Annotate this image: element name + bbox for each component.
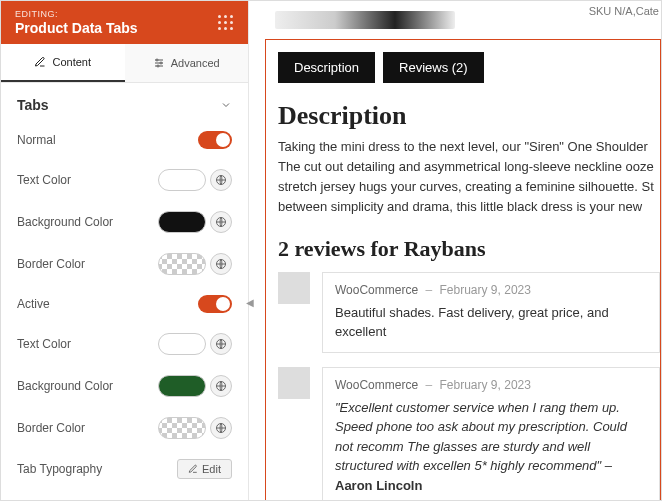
product-tabs: Description Reviews (2) xyxy=(278,52,660,83)
avatar xyxy=(278,367,310,399)
global-color-btn[interactable] xyxy=(210,211,232,233)
edit-typography-button[interactable]: Edit xyxy=(177,459,232,479)
svg-point-3 xyxy=(156,59,158,61)
widget-title: Product Data Tabs xyxy=(15,20,138,36)
label-bg-color: Background Color xyxy=(17,215,113,229)
review-signoff: Aaron Lincoln xyxy=(335,478,422,493)
review-author: WooCommerce xyxy=(335,378,418,392)
label-border-color: Border Color xyxy=(17,257,85,271)
swatch-bg-color-normal[interactable] xyxy=(158,211,206,233)
review-item: WooCommerce – February 9, 2023 Beautiful… xyxy=(278,272,660,353)
product-tab-description[interactable]: Description xyxy=(278,52,375,83)
review-date: February 9, 2023 xyxy=(440,283,531,297)
global-color-btn[interactable] xyxy=(210,169,232,191)
review-text: "Excellent customer service when I rang … xyxy=(335,398,647,496)
sliders-icon xyxy=(153,57,165,69)
swatch-border-color-active[interactable] xyxy=(158,417,206,439)
label-text-color: Text Color xyxy=(17,173,71,187)
swatch-bg-color-active[interactable] xyxy=(158,375,206,397)
review-author: WooCommerce xyxy=(335,283,418,297)
editor-sidebar: EDITING: Product Data Tabs Content Advan… xyxy=(1,1,249,500)
label-normal: Normal xyxy=(17,133,56,147)
global-color-btn[interactable] xyxy=(210,417,232,439)
section-tabs-header[interactable]: Tabs xyxy=(1,83,248,121)
controls: Normal Text Color Background Color Borde… xyxy=(1,121,248,501)
toggle-active[interactable] xyxy=(198,295,232,313)
preview-pane: SKU N/A,Cate Description Reviews (2) Des… xyxy=(249,1,661,500)
section-title: Tabs xyxy=(17,97,49,113)
swatch-text-color-active[interactable] xyxy=(158,333,206,355)
label-border-color-active: Border Color xyxy=(17,421,85,435)
svg-point-5 xyxy=(157,65,159,67)
grip-icon[interactable] xyxy=(218,15,234,31)
reviews-heading: 2 reviews for Raybans xyxy=(278,236,660,262)
toggle-normal[interactable] xyxy=(198,131,232,149)
product-image-placeholder xyxy=(275,11,455,29)
pencil-icon xyxy=(34,56,46,68)
tab-content[interactable]: Content xyxy=(1,44,125,82)
description-heading: Description xyxy=(278,101,660,131)
swatch-border-color-normal[interactable] xyxy=(158,253,206,275)
global-color-btn[interactable] xyxy=(210,253,232,275)
review-date: February 9, 2023 xyxy=(440,378,531,392)
selected-widget[interactable]: Description Reviews (2) Description Taki… xyxy=(265,39,661,500)
editing-label: EDITING: xyxy=(15,9,138,19)
pencil-icon xyxy=(188,464,198,474)
label-bg-color-active: Background Color xyxy=(17,379,113,393)
review-item: WooCommerce – February 9, 2023 "Excellen… xyxy=(278,367,660,500)
svg-point-4 xyxy=(160,62,162,64)
swatch-text-color-normal[interactable] xyxy=(158,169,206,191)
avatar xyxy=(278,272,310,304)
tab-advanced[interactable]: Advanced xyxy=(125,44,249,82)
global-color-btn[interactable] xyxy=(210,375,232,397)
global-color-btn[interactable] xyxy=(210,333,232,355)
sku-text: SKU N/A,Cate xyxy=(589,5,659,17)
label-tab-typography: Tab Typography xyxy=(17,462,102,476)
chevron-down-icon xyxy=(220,99,232,111)
label-active: Active xyxy=(17,297,50,311)
review-text: Beautiful shades. Fast delivery, great p… xyxy=(335,303,647,342)
description-text: Taking the mini dress to the next level,… xyxy=(278,137,660,218)
panel-header: EDITING: Product Data Tabs xyxy=(1,1,248,44)
label-text-color-active: Text Color xyxy=(17,337,71,351)
panel-tabs: Content Advanced xyxy=(1,44,248,83)
product-tab-reviews[interactable]: Reviews (2) xyxy=(383,52,484,83)
